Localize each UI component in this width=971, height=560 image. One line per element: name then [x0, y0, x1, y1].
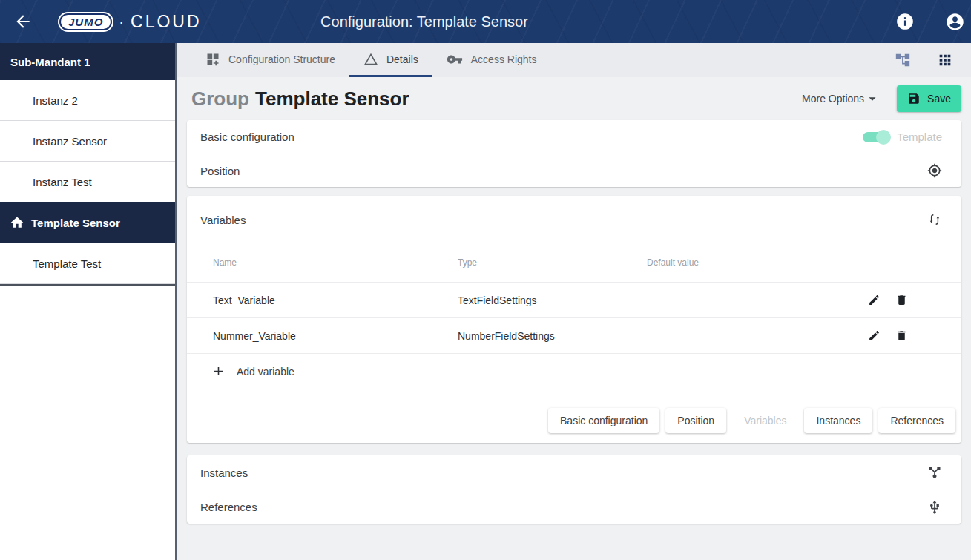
tab-configuration-structure[interactable]: Configuration Structure — [191, 43, 349, 77]
sidebar-item-label: Template Sensor — [31, 217, 120, 229]
variable-type: TextFieldSettings — [458, 294, 647, 306]
plus-icon — [211, 364, 226, 378]
sidebar-item-instanz-2[interactable]: Instanz 2 — [0, 80, 175, 121]
user-account-icon[interactable] — [945, 12, 964, 31]
nav-button-basic-configuration[interactable]: Basic configuration — [548, 408, 659, 433]
nav-button-instances[interactable]: Instances — [804, 408, 872, 433]
brand-logo: JUMO · CLOUD — [59, 12, 202, 32]
variables-table-header: Name Type Default value — [187, 243, 961, 282]
sidebar: Sub-Mandant 1 Instanz 2 Instanz Sensor I… — [0, 43, 177, 560]
page-title-prefix: Group — [191, 88, 249, 110]
tab-access-rights[interactable]: Access Rights — [432, 43, 551, 77]
column-header-type: Type — [458, 257, 647, 268]
variable-type: NumberFieldSettings — [458, 330, 647, 342]
brand-separator: · — [119, 13, 124, 30]
section-title: References — [200, 501, 257, 513]
section-variables: Variables — [187, 196, 961, 243]
tab-bar-actions — [895, 43, 971, 77]
dashboard-customize-icon — [205, 52, 220, 67]
config-card: Basic configuration Template Position — [187, 120, 961, 187]
variable-name: Nummer_Variable — [213, 330, 458, 342]
sidebar-item-template-sensor[interactable]: Template Sensor — [0, 202, 175, 243]
page-title: GroupTemplate Sensor — [191, 88, 409, 111]
sidebar-item-instanz-sensor[interactable]: Instanz Sensor — [0, 121, 175, 162]
table-row: Text_Variable TextFieldSettings — [187, 282, 961, 317]
back-arrow-icon[interactable] — [12, 10, 34, 33]
variable-name: Text_Variable — [213, 294, 458, 306]
jumo-logo: JUMO — [59, 13, 112, 30]
delete-trash-icon[interactable] — [895, 294, 908, 306]
toolbar: GroupTemplate Sensor More Options Save — [177, 77, 971, 120]
section-title: Position — [200, 165, 240, 177]
tab-label: Access Rights — [471, 53, 537, 65]
tab-label: Configuration Structure — [228, 53, 335, 65]
toolbar-actions: More Options Save — [802, 85, 961, 112]
edit-pencil-icon[interactable] — [868, 294, 881, 306]
toggle-knob — [876, 130, 891, 145]
sidebar-divider — [0, 284, 175, 286]
page-title-name: Template Sensor — [255, 88, 409, 110]
toggle-track — [863, 132, 888, 142]
sidebar-item-label: Template Test — [33, 257, 101, 270]
sidebar-item-label: Instanz Sensor — [33, 135, 107, 148]
delete-trash-icon[interactable] — [895, 329, 908, 342]
section-title: Variables — [200, 214, 246, 226]
top-bar: JUMO · CLOUD Configuration: Template Sen… — [0, 0, 971, 43]
variables-card: Variables Name Type Default value — [187, 196, 961, 443]
hub-branch-icon[interactable] — [927, 465, 942, 480]
nav-button-position[interactable]: Position — [665, 408, 726, 433]
add-variable-button[interactable]: Add variable — [187, 353, 961, 389]
main-content: Configuration Structure Details Access R… — [177, 43, 971, 560]
content-area: Basic configuration Template Position — [177, 120, 971, 524]
nav-button-references[interactable]: References — [878, 408, 955, 433]
save-icon — [907, 92, 921, 105]
row-actions — [868, 294, 906, 306]
apps-grid-icon[interactable] — [937, 52, 953, 68]
template-toggle[interactable]: Template — [863, 131, 942, 143]
sidebar-item-label: Instanz 2 — [33, 94, 78, 107]
column-header-name: Name — [213, 257, 458, 268]
sidebar-root-label: Sub-Mandant 1 — [10, 56, 90, 68]
tab-label: Details — [386, 53, 418, 65]
add-variable-label: Add variable — [237, 366, 294, 378]
toggle-label: Template — [897, 131, 942, 143]
row-actions — [868, 329, 906, 342]
tab-details[interactable]: Details — [349, 43, 432, 77]
save-button-label: Save — [927, 93, 951, 105]
section-title: Basic configuration — [200, 131, 294, 143]
section-basic-configuration[interactable]: Basic configuration Template — [187, 120, 961, 154]
key-icon — [447, 51, 463, 67]
info-icon[interactable] — [895, 12, 915, 31]
sidebar-root-mandant[interactable]: Sub-Mandant 1 — [0, 43, 175, 80]
sidebar-item-template-test[interactable]: Template Test — [0, 243, 175, 284]
gps-target-icon[interactable] — [927, 163, 942, 178]
warning-triangle-icon — [363, 52, 378, 67]
nav-button-variables: Variables — [732, 408, 798, 433]
section-instances[interactable]: Instances — [187, 455, 961, 490]
app-window: JUMO · CLOUD Configuration: Template Sen… — [0, 0, 971, 560]
section-title: Instances — [200, 467, 248, 479]
save-button[interactable]: Save — [897, 85, 961, 112]
sidebar-item-label: Instanz Test — [33, 176, 92, 188]
tab-bar: Configuration Structure Details Access R… — [177, 43, 971, 77]
more-options-label: More Options — [802, 93, 864, 105]
home-icon — [10, 215, 24, 230]
section-references[interactable]: References — [187, 490, 961, 524]
edit-pencil-icon[interactable] — [868, 329, 881, 342]
chevron-down-icon — [864, 90, 881, 107]
table-row: Nummer_Variable NumberFieldSettings — [187, 317, 961, 353]
brand-cloud-text: CLOUD — [131, 12, 202, 32]
tree-structure-icon[interactable] — [895, 52, 911, 68]
sidebar-item-instanz-test[interactable]: Instanz Test — [0, 162, 175, 202]
column-header-default-value: Default value — [647, 257, 868, 268]
usb-icon[interactable] — [927, 500, 942, 515]
relations-card: Instances References — [187, 455, 961, 524]
section-nav-buttons: Basic configuration Position Variables I… — [187, 389, 961, 443]
section-position[interactable]: Position — [187, 154, 961, 187]
swap-vertical-icon[interactable] — [927, 212, 942, 227]
more-options-button[interactable]: More Options — [802, 90, 881, 107]
